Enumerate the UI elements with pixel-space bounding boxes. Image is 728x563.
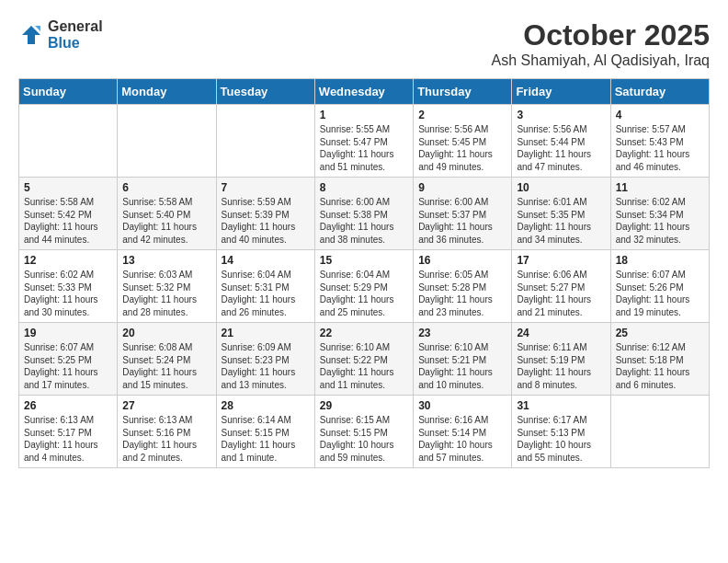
calendar-cell: 24Sunrise: 6:11 AM Sunset: 5:19 PM Dayli… xyxy=(512,323,610,396)
calendar-cell: 26Sunrise: 6:13 AM Sunset: 5:17 PM Dayli… xyxy=(19,396,118,468)
calendar-cell: 10Sunrise: 6:01 AM Sunset: 5:35 PM Dayli… xyxy=(512,178,610,250)
calendar-cell: 30Sunrise: 6:16 AM Sunset: 5:14 PM Dayli… xyxy=(414,396,512,468)
calendar-cell: 1Sunrise: 5:55 AM Sunset: 5:47 PM Daylig… xyxy=(314,105,413,178)
logo: General Blue xyxy=(18,18,103,51)
day-info: Sunrise: 6:07 AM Sunset: 5:26 PM Dayligh… xyxy=(616,269,704,318)
day-number: 7 xyxy=(222,181,310,194)
day-number: 4 xyxy=(616,109,704,121)
calendar-cell xyxy=(19,105,118,178)
calendar-week-3: 12Sunrise: 6:02 AM Sunset: 5:33 PM Dayli… xyxy=(19,250,710,323)
day-number: 26 xyxy=(24,399,112,412)
logo-icon xyxy=(18,22,44,48)
day-number: 6 xyxy=(122,181,210,194)
day-number: 31 xyxy=(517,399,605,412)
day-number: 12 xyxy=(24,254,112,267)
calendar-week-5: 26Sunrise: 6:13 AM Sunset: 5:17 PM Dayli… xyxy=(19,396,710,468)
day-number: 18 xyxy=(616,254,704,267)
day-number: 13 xyxy=(122,254,210,267)
calendar-cell: 7Sunrise: 5:59 AM Sunset: 5:39 PM Daylig… xyxy=(216,178,314,250)
day-info: Sunrise: 6:06 AM Sunset: 5:27 PM Dayligh… xyxy=(517,269,605,318)
calendar-cell: 13Sunrise: 6:03 AM Sunset: 5:32 PM Dayli… xyxy=(118,250,216,323)
day-number: 19 xyxy=(24,327,112,339)
day-number: 20 xyxy=(122,327,210,339)
day-info: Sunrise: 5:58 AM Sunset: 5:42 PM Dayligh… xyxy=(24,196,112,246)
day-number: 15 xyxy=(320,254,408,267)
calendar-cell: 31Sunrise: 6:17 AM Sunset: 5:13 PM Dayli… xyxy=(512,396,610,468)
weekday-header-tuesday: Tuesday xyxy=(216,79,314,105)
calendar-body: 1Sunrise: 5:55 AM Sunset: 5:47 PM Daylig… xyxy=(19,105,710,468)
day-info: Sunrise: 6:01 AM Sunset: 5:35 PM Dayligh… xyxy=(517,196,605,246)
calendar-week-1: 1Sunrise: 5:55 AM Sunset: 5:47 PM Daylig… xyxy=(19,105,710,178)
day-number: 8 xyxy=(320,181,408,194)
day-info: Sunrise: 6:03 AM Sunset: 5:32 PM Dayligh… xyxy=(122,269,210,318)
calendar-cell: 21Sunrise: 6:09 AM Sunset: 5:23 PM Dayli… xyxy=(216,323,314,396)
day-info: Sunrise: 6:14 AM Sunset: 5:15 PM Dayligh… xyxy=(222,414,310,464)
day-number: 28 xyxy=(222,399,310,412)
day-number: 14 xyxy=(222,254,310,267)
day-info: Sunrise: 5:58 AM Sunset: 5:40 PM Dayligh… xyxy=(122,196,210,246)
day-info: Sunrise: 6:13 AM Sunset: 5:16 PM Dayligh… xyxy=(122,414,210,464)
day-number: 27 xyxy=(122,399,210,412)
day-number: 16 xyxy=(418,254,506,267)
day-info: Sunrise: 5:55 AM Sunset: 5:47 PM Dayligh… xyxy=(320,123,408,173)
day-number: 2 xyxy=(418,109,506,121)
day-number: 17 xyxy=(517,254,605,267)
day-number: 3 xyxy=(517,109,605,121)
month-title: October 2025 xyxy=(492,18,710,52)
day-info: Sunrise: 5:56 AM Sunset: 5:44 PM Dayligh… xyxy=(517,123,605,173)
day-number: 24 xyxy=(517,327,605,339)
calendar-cell: 29Sunrise: 6:15 AM Sunset: 5:15 PM Dayli… xyxy=(314,396,413,468)
calendar-cell xyxy=(118,105,216,178)
calendar-cell: 11Sunrise: 6:02 AM Sunset: 5:34 PM Dayli… xyxy=(610,178,709,250)
day-info: Sunrise: 5:56 AM Sunset: 5:45 PM Dayligh… xyxy=(418,123,506,173)
day-number: 21 xyxy=(222,327,310,339)
calendar-cell: 22Sunrise: 6:10 AM Sunset: 5:22 PM Dayli… xyxy=(314,323,413,396)
calendar-cell: 23Sunrise: 6:10 AM Sunset: 5:21 PM Dayli… xyxy=(414,323,512,396)
day-info: Sunrise: 6:00 AM Sunset: 5:38 PM Dayligh… xyxy=(320,196,408,246)
calendar-cell: 17Sunrise: 6:06 AM Sunset: 5:27 PM Dayli… xyxy=(512,250,610,323)
day-info: Sunrise: 6:08 AM Sunset: 5:24 PM Dayligh… xyxy=(122,341,210,391)
day-number: 9 xyxy=(418,181,506,194)
calendar-cell: 12Sunrise: 6:02 AM Sunset: 5:33 PM Dayli… xyxy=(19,250,118,323)
day-number: 23 xyxy=(418,327,506,339)
day-info: Sunrise: 6:09 AM Sunset: 5:23 PM Dayligh… xyxy=(222,341,310,391)
calendar-cell: 3Sunrise: 5:56 AM Sunset: 5:44 PM Daylig… xyxy=(512,105,610,178)
day-info: Sunrise: 6:12 AM Sunset: 5:18 PM Dayligh… xyxy=(616,341,704,391)
weekday-header-saturday: Saturday xyxy=(610,79,709,105)
day-info: Sunrise: 5:59 AM Sunset: 5:39 PM Dayligh… xyxy=(222,196,310,246)
calendar-cell: 8Sunrise: 6:00 AM Sunset: 5:38 PM Daylig… xyxy=(314,178,413,250)
weekday-header-wednesday: Wednesday xyxy=(314,79,413,105)
calendar-cell: 27Sunrise: 6:13 AM Sunset: 5:16 PM Dayli… xyxy=(118,396,216,468)
day-number: 11 xyxy=(616,181,704,194)
calendar-cell: 5Sunrise: 5:58 AM Sunset: 5:42 PM Daylig… xyxy=(19,178,118,250)
weekday-header-thursday: Thursday xyxy=(414,79,512,105)
weekday-header-sunday: Sunday xyxy=(19,79,118,105)
calendar-cell: 28Sunrise: 6:14 AM Sunset: 5:15 PM Dayli… xyxy=(216,396,314,468)
calendar-table: SundayMondayTuesdayWednesdayThursdayFrid… xyxy=(18,78,710,468)
logo-general-text: General xyxy=(48,18,103,35)
calendar-cell xyxy=(610,396,709,468)
day-number: 25 xyxy=(616,327,704,339)
calendar-cell: 9Sunrise: 6:00 AM Sunset: 5:37 PM Daylig… xyxy=(414,178,512,250)
calendar-cell: 2Sunrise: 5:56 AM Sunset: 5:45 PM Daylig… xyxy=(414,105,512,178)
logo-blue-text: Blue xyxy=(48,35,103,52)
day-info: Sunrise: 6:10 AM Sunset: 5:22 PM Dayligh… xyxy=(320,341,408,391)
day-number: 5 xyxy=(24,181,112,194)
day-info: Sunrise: 6:02 AM Sunset: 5:34 PM Dayligh… xyxy=(616,196,704,246)
title-block: October 2025 Ash Shamiyah, Al Qadisiyah,… xyxy=(492,18,710,69)
day-number: 1 xyxy=(320,109,408,121)
day-info: Sunrise: 6:07 AM Sunset: 5:25 PM Dayligh… xyxy=(24,341,112,391)
page-header: General Blue October 2025 Ash Shamiyah, … xyxy=(18,18,710,69)
day-number: 10 xyxy=(517,181,605,194)
day-info: Sunrise: 6:11 AM Sunset: 5:19 PM Dayligh… xyxy=(517,341,605,391)
day-info: Sunrise: 6:15 AM Sunset: 5:15 PM Dayligh… xyxy=(320,414,408,464)
calendar-cell: 25Sunrise: 6:12 AM Sunset: 5:18 PM Dayli… xyxy=(610,323,709,396)
calendar-cell: 15Sunrise: 6:04 AM Sunset: 5:29 PM Dayli… xyxy=(314,250,413,323)
day-info: Sunrise: 6:10 AM Sunset: 5:21 PM Dayligh… xyxy=(418,341,506,391)
day-info: Sunrise: 6:05 AM Sunset: 5:28 PM Dayligh… xyxy=(418,269,506,318)
calendar-cell: 4Sunrise: 5:57 AM Sunset: 5:43 PM Daylig… xyxy=(610,105,709,178)
calendar-cell: 18Sunrise: 6:07 AM Sunset: 5:26 PM Dayli… xyxy=(610,250,709,323)
day-info: Sunrise: 6:16 AM Sunset: 5:14 PM Dayligh… xyxy=(418,414,506,464)
day-info: Sunrise: 6:00 AM Sunset: 5:37 PM Dayligh… xyxy=(418,196,506,246)
calendar-cell: 14Sunrise: 6:04 AM Sunset: 5:31 PM Dayli… xyxy=(216,250,314,323)
